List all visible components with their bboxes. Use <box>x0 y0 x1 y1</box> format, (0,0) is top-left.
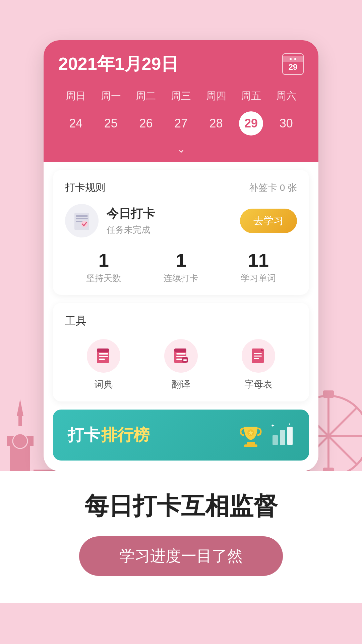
tools-card: 工具 词典 <box>53 303 309 401</box>
checkin-task-row: 今日打卡 任务未完成 去学习 <box>65 204 297 237</box>
today-checkin-subtitle: 任务未完成 <box>107 224 155 236</box>
calendar-top-row: 2021年1月29日 29 <box>58 52 304 76</box>
tool-alphabet[interactable]: 字母表 <box>242 339 275 391</box>
calendar-icon-num: 29 <box>289 62 298 72</box>
svg-rect-40 <box>174 348 186 352</box>
svg-rect-53 <box>244 444 257 447</box>
weekday-sun: 周日 <box>58 87 94 106</box>
stat-words-num: 11 <box>220 251 297 270</box>
tools-row: 词典 <box>65 339 297 391</box>
stat-learned-words: 11 学习单词 <box>220 251 297 284</box>
ranking-title: 打卡 排行榜 <box>68 424 149 446</box>
stat-persist-days: 1 坚持天数 <box>65 251 142 284</box>
date-27[interactable]: 27 <box>164 111 199 136</box>
bar-chart-icon: ✦ ✦ <box>271 423 294 447</box>
chevron-row[interactable]: ⌄ <box>58 139 304 162</box>
weekday-wed: 周三 <box>164 87 199 106</box>
chevron-down-icon: ⌄ <box>177 143 186 155</box>
ranking-prefix: 打卡 <box>68 426 100 444</box>
svg-rect-28 <box>76 215 88 217</box>
bottom-main-text: 每日打卡互相监督 <box>27 491 335 520</box>
tool-translate-icon-bg <box>164 339 198 373</box>
tool-dictionary[interactable]: 词典 <box>87 339 120 391</box>
calendar-header: 2021年1月29日 29 周日 周一 周二 周三 周四 周五 <box>44 40 318 162</box>
translate-icon <box>172 347 190 365</box>
checkin-task-left: 今日打卡 任务未完成 <box>65 204 155 237</box>
dictionary-icon <box>95 347 112 365</box>
tool-dictionary-label: 词典 <box>94 378 113 391</box>
date-25[interactable]: 25 <box>94 111 129 136</box>
weekday-mon: 周一 <box>94 87 129 106</box>
svg-rect-43 <box>176 359 182 360</box>
svg-rect-38 <box>99 359 105 360</box>
svg-rect-41 <box>176 353 186 355</box>
svg-rect-37 <box>99 356 108 357</box>
svg-rect-49 <box>254 353 262 354</box>
date-30[interactable]: 30 <box>268 111 304 136</box>
svg-rect-46 <box>183 360 187 361</box>
ranking-banner[interactable]: 打卡 排行榜 <box>53 410 309 461</box>
stat-words-label: 学习单词 <box>220 272 297 284</box>
alphabet-icon <box>250 347 267 365</box>
bottom-section: 每日打卡互相监督 学习进度一目了然 <box>0 471 362 603</box>
today-checkin-label: 今日打卡 <box>107 206 155 222</box>
checkin-header: 打卡规则 补签卡 0 张 <box>65 181 297 195</box>
svg-rect-42 <box>176 356 186 357</box>
svg-text:✦: ✦ <box>271 423 275 428</box>
tool-dictionary-icon-bg <box>87 339 120 373</box>
stat-continuous-num: 1 <box>142 251 220 270</box>
stat-continuous-label: 连续打卡 <box>142 272 220 284</box>
svg-rect-50 <box>254 356 262 357</box>
svg-rect-45 <box>183 359 187 360</box>
task-text: 今日打卡 任务未完成 <box>107 206 155 236</box>
calendar-icon[interactable]: 29 <box>282 53 304 75</box>
trophy-icon <box>237 422 264 448</box>
date-row: 24 25 26 27 28 29 30 <box>58 111 304 136</box>
checkin-rules-label: 打卡规则 <box>65 181 105 195</box>
svg-rect-29 <box>76 218 88 219</box>
svg-rect-51 <box>254 358 259 359</box>
phone-card: 2021年1月29日 29 周日 周一 周二 周三 周四 周五 <box>44 40 318 471</box>
tool-translate[interactable]: 翻译 <box>164 339 198 391</box>
date-29-today[interactable]: 29 <box>239 111 263 136</box>
main-wrapper: 2021年1月29日 29 周日 周一 周二 周三 周四 周五 <box>0 0 362 603</box>
svg-rect-58 <box>287 427 293 445</box>
task-icon-container <box>65 204 99 237</box>
checkin-notebook-icon <box>71 210 93 231</box>
tool-alphabet-label: 字母表 <box>244 378 273 391</box>
svg-rect-44 <box>182 357 188 363</box>
tool-translate-label: 翻译 <box>172 378 190 391</box>
tool-alphabet-icon-bg <box>242 339 275 373</box>
date-24[interactable]: 24 <box>58 111 94 136</box>
bottom-cta-button[interactable]: 学习进度一目了然 <box>79 536 283 576</box>
svg-rect-57 <box>280 430 285 445</box>
stat-persist-num: 1 <box>65 251 142 270</box>
stat-continuous-checkin: 1 连续打卡 <box>142 251 220 284</box>
svg-rect-36 <box>99 353 108 355</box>
weekday-fri: 周五 <box>234 87 269 106</box>
weekday-row: 周日 周一 周二 周三 周四 周五 周六 <box>58 87 304 106</box>
weekday-tue: 周二 <box>128 87 164 106</box>
tools-title: 工具 <box>65 314 297 328</box>
supplement-card-label: 补签卡 0 张 <box>249 181 297 194</box>
svg-rect-56 <box>273 435 278 445</box>
calendar-date-title: 2021年1月29日 <box>58 52 178 76</box>
date-26[interactable]: 26 <box>128 111 164 136</box>
svg-rect-35 <box>97 348 109 352</box>
weekday-sat: 周六 <box>268 87 304 106</box>
ranking-highlight: 排行榜 <box>101 426 149 444</box>
checkin-card: 打卡规则 补签卡 0 张 <box>53 170 309 295</box>
stat-persist-label: 坚持天数 <box>65 272 142 284</box>
date-28[interactable]: 28 <box>198 111 234 136</box>
stats-row: 1 坚持天数 1 连续打卡 11 学习单词 <box>65 251 297 284</box>
go-study-button[interactable]: 去学习 <box>240 209 297 233</box>
svg-text:✦: ✦ <box>288 423 291 426</box>
weekday-thu: 周四 <box>198 87 234 106</box>
